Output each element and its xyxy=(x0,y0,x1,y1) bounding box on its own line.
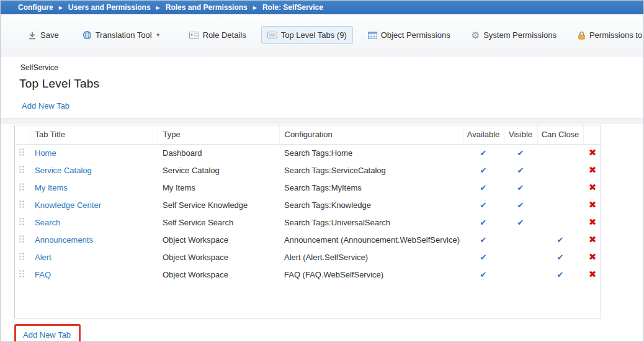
toolbar: Save Translation Tool ▼ Role Details Top… xyxy=(1,14,643,56)
tab-configuration-cell: FAQ (FAQ.WebSelfService) xyxy=(279,266,463,283)
drag-handle-icon[interactable] xyxy=(19,182,25,191)
breadcrumb-item-roles-and-permissions[interactable]: Roles and Permissions xyxy=(166,3,248,12)
page-title: Top Level Tabs xyxy=(19,77,643,91)
save-icon xyxy=(28,31,37,40)
column-header-available[interactable]: Available xyxy=(463,125,504,144)
toolbar-tab-label: Top Level Tabs (9) xyxy=(281,30,347,40)
available-check-icon[interactable]: ✔ xyxy=(463,196,504,214)
toolbar-tab-label: System Permissions xyxy=(483,30,557,40)
can-close-check-icon[interactable]: ✔ xyxy=(537,248,583,266)
footer: Add New Tab xyxy=(14,324,643,342)
column-header-tab-title[interactable]: Tab Title xyxy=(30,125,158,144)
table-header-row: Tab Title Type Configuration Available V… xyxy=(15,125,601,144)
breadcrumb-arrow-icon: ▶ xyxy=(156,5,160,11)
drag-handle-icon[interactable] xyxy=(19,269,25,278)
lock-icon xyxy=(578,31,586,40)
object-permissions-icon xyxy=(368,32,377,39)
column-header-visible[interactable]: Visible xyxy=(504,125,537,144)
column-header-can-close[interactable]: Can Close xyxy=(537,125,583,144)
visible-check-icon[interactable]: ✔ xyxy=(504,161,537,179)
visible-check-icon[interactable] xyxy=(504,248,537,266)
drag-handle-icon[interactable] xyxy=(19,235,25,243)
tab-title-link[interactable]: Service Catalog xyxy=(35,166,92,175)
tab-configuration-cell: Search Tags:MyItems xyxy=(279,179,463,196)
available-check-icon[interactable]: ✔ xyxy=(463,231,504,248)
add-new-tab-link-bottom[interactable]: Add New Tab xyxy=(23,330,71,340)
breadcrumb-item-users-and-permissions[interactable]: Users and Permissions xyxy=(68,3,151,12)
tab-title-link[interactable]: Announcements xyxy=(35,235,93,245)
add-new-tab-link-top[interactable]: Add New Tab xyxy=(22,101,69,110)
available-check-icon[interactable]: ✔ xyxy=(463,214,504,231)
tab-configuration-cell: Search Tags:ServiceCatalog xyxy=(279,161,463,179)
handle-column-header xyxy=(15,125,30,144)
delete-row-icon[interactable]: ✖ xyxy=(583,248,601,266)
can-close-check-icon[interactable] xyxy=(537,179,583,196)
visible-check-icon[interactable]: ✔ xyxy=(504,214,537,231)
tab-title-link[interactable]: Alert xyxy=(35,253,51,262)
visible-check-icon[interactable] xyxy=(504,231,537,248)
tab-title-link[interactable]: My Items xyxy=(35,183,68,192)
can-close-check-icon[interactable]: ✔ xyxy=(537,266,583,283)
translation-tool-label: Translation Tool xyxy=(96,30,152,40)
visible-check-icon[interactable]: ✔ xyxy=(504,144,537,161)
page-root: Configure ▶ Users and Permissions ▶ Role… xyxy=(0,0,644,342)
translation-tool-button[interactable]: Translation Tool ▼ xyxy=(76,26,167,44)
tab-title-link[interactable]: Knowledge Center xyxy=(35,200,101,210)
breadcrumb-arrow-icon: ▶ xyxy=(59,5,63,11)
chevron-down-icon: ▼ xyxy=(156,32,161,38)
column-header-type[interactable]: Type xyxy=(158,125,279,144)
visible-check-icon[interactable]: ✔ xyxy=(504,179,537,196)
available-check-icon[interactable]: ✔ xyxy=(463,248,504,266)
tab-title-link[interactable]: FAQ xyxy=(35,270,51,279)
delete-row-icon[interactable]: ✖ xyxy=(583,196,601,214)
delete-row-icon[interactable]: ✖ xyxy=(583,231,601,248)
tab-type-cell: Service Catalog xyxy=(158,161,279,179)
breadcrumb-item-configure[interactable]: Configure xyxy=(18,3,53,12)
available-check-icon[interactable]: ✔ xyxy=(463,266,504,283)
tab-title-link[interactable]: Home xyxy=(35,148,56,158)
annotation-highlight-box: Add New Tab xyxy=(14,324,81,342)
visible-check-icon[interactable] xyxy=(504,266,537,283)
can-close-check-icon[interactable] xyxy=(537,196,583,214)
save-button[interactable]: Save xyxy=(22,26,65,44)
can-close-check-icon[interactable] xyxy=(537,214,583,231)
delete-row-icon[interactable]: ✖ xyxy=(583,179,601,196)
available-check-icon[interactable]: ✔ xyxy=(463,179,504,196)
toolbar-tab-role-details[interactable]: Role Details xyxy=(183,26,253,44)
actions-column-header xyxy=(583,125,601,144)
tab-configuration-cell: Search Tags:Home xyxy=(279,144,463,161)
tab-title-link[interactable]: Search xyxy=(35,218,60,227)
toolbar-tab-system-permissions[interactable]: ⚙ System Permissions xyxy=(465,26,563,44)
delete-row-icon[interactable]: ✖ xyxy=(583,214,601,231)
drag-handle-icon[interactable] xyxy=(19,148,25,156)
toolbar-tab-label: Role Details xyxy=(203,30,246,40)
delete-row-icon[interactable]: ✖ xyxy=(583,144,601,161)
delete-row-icon[interactable]: ✖ xyxy=(583,161,601,179)
toolbar-tab-permissions-to-grant-roles[interactable]: Permissions to Grant Roles xyxy=(571,26,644,44)
available-check-icon[interactable]: ✔ xyxy=(463,161,504,179)
table-row: SearchSelf Service SearchSearch Tags:Uni… xyxy=(15,214,601,231)
drag-handle-icon[interactable] xyxy=(19,165,25,174)
can-close-check-icon[interactable] xyxy=(537,161,583,179)
visible-check-icon[interactable]: ✔ xyxy=(504,196,537,214)
tab-type-cell: Self Service Knowledge xyxy=(158,196,279,214)
tab-type-cell: My Items xyxy=(158,179,279,196)
table-row: My ItemsMy ItemsSearch Tags:MyItems✔✔✖ xyxy=(15,179,601,196)
available-check-icon[interactable]: ✔ xyxy=(463,144,504,161)
toolbar-tab-object-permissions[interactable]: Object Permissions xyxy=(362,26,457,44)
drag-handle-icon[interactable] xyxy=(19,200,25,209)
delete-row-icon[interactable]: ✖ xyxy=(583,266,601,283)
drag-handle-icon[interactable] xyxy=(19,217,25,226)
role-name-label: SelfService xyxy=(20,63,643,72)
drag-handle-icon[interactable] xyxy=(19,252,25,261)
breadcrumb-item-role-selfservice[interactable]: Role: SelfService xyxy=(262,3,323,12)
tab-configuration-cell: Alert (Alert.SelfService) xyxy=(279,248,463,266)
table-row: HomeDashboardSearch Tags:Home✔✔✖ xyxy=(15,144,601,161)
can-close-check-icon[interactable] xyxy=(537,144,583,161)
tab-configuration-cell: Announcement (Announcement.WebSelfServic… xyxy=(279,231,463,248)
section-divider xyxy=(1,118,643,124)
column-header-configuration[interactable]: Configuration xyxy=(279,125,463,144)
table-row: Knowledge CenterSelf Service KnowledgeSe… xyxy=(15,196,601,214)
can-close-check-icon[interactable]: ✔ xyxy=(537,231,583,248)
toolbar-tab-top-level-tabs[interactable]: Top Level Tabs (9) xyxy=(261,26,353,44)
